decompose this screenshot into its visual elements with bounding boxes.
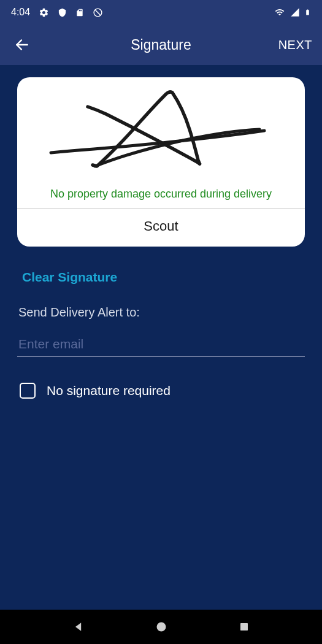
square-recent-icon bbox=[239, 621, 250, 632]
status-right bbox=[274, 7, 311, 18]
svg-line-1 bbox=[95, 10, 101, 15]
triangle-back-icon bbox=[72, 621, 85, 633]
nav-home-button[interactable] bbox=[146, 611, 177, 642]
status-left: 4:04 bbox=[11, 7, 103, 18]
sd-card-icon bbox=[75, 7, 84, 18]
status-time: 4:04 bbox=[11, 7, 30, 18]
signature-drawing bbox=[33, 80, 290, 182]
back-button[interactable] bbox=[10, 33, 34, 57]
status-bar: 4:04 bbox=[0, 0, 322, 25]
signature-card: No property damage occurred during deliv… bbox=[17, 77, 305, 247]
damage-confirmation-text: No property damage occurred during deliv… bbox=[17, 185, 305, 208]
arrow-left-icon bbox=[14, 37, 30, 53]
email-input-wrap bbox=[17, 334, 305, 357]
no-signature-label: No signature required bbox=[47, 383, 171, 398]
signer-name: Scout bbox=[17, 209, 305, 247]
gear-icon bbox=[39, 7, 49, 18]
nav-back-button[interactable] bbox=[63, 611, 94, 642]
clear-signature-button[interactable]: Clear Signature bbox=[22, 270, 305, 285]
app-bar: Signature NEXT bbox=[0, 25, 322, 65]
signal-icon bbox=[289, 7, 301, 17]
battery-icon bbox=[304, 7, 311, 18]
shield-icon bbox=[58, 7, 67, 18]
next-button[interactable]: NEXT bbox=[278, 38, 312, 52]
signature-pad[interactable] bbox=[17, 77, 305, 185]
svg-rect-4 bbox=[240, 623, 248, 631]
wifi-icon bbox=[274, 7, 286, 17]
page-title: Signature bbox=[131, 37, 191, 53]
no-signature-checkbox[interactable] bbox=[20, 383, 36, 399]
no-signature-checkbox-row[interactable]: No signature required bbox=[20, 383, 305, 399]
content-area: No property damage occurred during deliv… bbox=[0, 65, 322, 411]
delivery-alert-label: Send Delivery Alert to: bbox=[18, 305, 305, 320]
email-field[interactable] bbox=[17, 334, 305, 354]
circle-home-icon bbox=[155, 621, 167, 633]
no-circle-icon bbox=[93, 7, 103, 18]
svg-point-3 bbox=[156, 623, 166, 632]
nav-recent-button[interactable] bbox=[229, 611, 259, 642]
system-nav-bar bbox=[0, 610, 322, 644]
